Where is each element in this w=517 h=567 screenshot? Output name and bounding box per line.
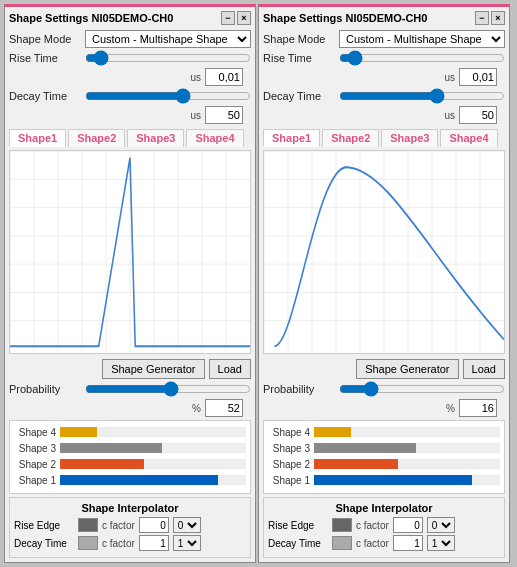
bar-row-1: Shape 3	[268, 441, 500, 455]
load-button[interactable]: Load	[463, 359, 505, 379]
probability-value[interactable]	[205, 399, 243, 417]
bars-section: Shape 4 Shape 3 Shape 2 Shape 1	[9, 420, 251, 494]
probability-row: Probability	[263, 382, 505, 396]
bar-label-0: Shape 4	[14, 427, 56, 438]
interp-color-1	[78, 536, 98, 550]
bar-track-3	[60, 475, 246, 485]
rise-time-value[interactable]	[205, 68, 243, 86]
bar-track-1	[314, 443, 500, 453]
tab-shape2[interactable]: Shape2	[68, 129, 125, 147]
bar-row-2: Shape 2	[14, 457, 246, 471]
probability-value[interactable]	[459, 399, 497, 417]
interp-select-0[interactable]: 0	[173, 517, 201, 533]
shape-mode-row: Shape Mode Custom - Multishape Shape	[263, 30, 505, 48]
rise-time-slider[interactable]	[339, 51, 505, 65]
load-button[interactable]: Load	[209, 359, 251, 379]
rise-time-value-row: us	[263, 68, 505, 86]
interp-value-1[interactable]	[393, 535, 423, 551]
shape-tabs: Shape1Shape2Shape3Shape4	[263, 129, 505, 147]
interp-clabel-0: c factor	[102, 520, 135, 531]
probability-value-row: %	[263, 399, 505, 417]
close-button[interactable]: ×	[491, 11, 505, 25]
interp-clabel-0: c factor	[356, 520, 389, 531]
tab-shape2[interactable]: Shape2	[322, 129, 379, 147]
decay-time-row: Decay Time	[9, 89, 251, 103]
tab-shape1[interactable]: Shape1	[9, 129, 66, 147]
decay-time-value[interactable]	[205, 106, 243, 124]
bar-track-2	[60, 459, 246, 469]
shape-generator-button[interactable]: Shape Generator	[102, 359, 204, 379]
probability-row: Probability	[9, 382, 251, 396]
bar-track-0	[314, 427, 500, 437]
interp-clabel-1: c factor	[102, 538, 135, 549]
decay-time-slider[interactable]	[339, 89, 505, 103]
tab-shape3[interactable]: Shape3	[381, 129, 438, 147]
probability-label: Probability	[263, 383, 335, 395]
bar-fill-0	[60, 427, 97, 437]
bar-label-2: Shape 2	[14, 459, 56, 470]
interp-row-1: Decay Time c factor 1	[268, 535, 500, 551]
interp-value-1[interactable]	[139, 535, 169, 551]
tab-shape4[interactable]: Shape4	[186, 129, 243, 147]
interp-clabel-1: c factor	[356, 538, 389, 549]
bar-label-1: Shape 3	[268, 443, 310, 454]
shape-mode-select[interactable]: Custom - Multishape Shape	[339, 30, 505, 48]
shape-mode-select[interactable]: Custom - Multishape Shape	[85, 30, 251, 48]
interp-value-0[interactable]	[393, 517, 423, 533]
shape-generator-button[interactable]: Shape Generator	[356, 359, 458, 379]
bar-row-2: Shape 2	[268, 457, 500, 471]
close-button[interactable]: ×	[237, 11, 251, 25]
chart-area	[263, 150, 505, 354]
decay-time-label: Decay Time	[263, 90, 335, 102]
tab-shape1[interactable]: Shape1	[263, 129, 320, 147]
interp-label-1: Decay Time	[14, 538, 74, 549]
interpolator-section: Shape Interpolator Rise Edge c factor 0 …	[263, 497, 505, 558]
panel-left: Shape Settings NI05DEMO-CH0 − × Shape Mo…	[4, 4, 256, 563]
bar-row-3: Shape 1	[14, 473, 246, 487]
probability-label: Probability	[9, 383, 81, 395]
bar-row-0: Shape 4	[14, 425, 246, 439]
decay-time-unit: us	[437, 110, 455, 121]
decay-time-value[interactable]	[459, 106, 497, 124]
rise-time-label: Rise Time	[9, 52, 81, 64]
interp-select-0[interactable]: 0	[427, 517, 455, 533]
rise-time-unit: us	[183, 72, 201, 83]
bar-fill-1	[314, 443, 416, 453]
probability-slider[interactable]	[85, 382, 251, 396]
interp-value-0[interactable]	[139, 517, 169, 533]
decay-time-value-row: us	[9, 106, 251, 124]
interp-select-1[interactable]: 1	[427, 535, 455, 551]
bar-track-3	[314, 475, 500, 485]
panel-right: Shape Settings NI05DEMO-CH0 − × Shape Mo…	[258, 4, 510, 563]
interp-select-1[interactable]: 1	[173, 535, 201, 551]
minimize-button[interactable]: −	[221, 11, 235, 25]
interpolator-section: Shape Interpolator Rise Edge c factor 0 …	[9, 497, 251, 558]
decay-time-label: Decay Time	[9, 90, 81, 102]
interpolator-title: Shape Interpolator	[14, 502, 246, 514]
tab-shape3[interactable]: Shape3	[127, 129, 184, 147]
shape-mode-label: Shape Mode	[263, 33, 335, 45]
interp-label-0: Rise Edge	[14, 520, 74, 531]
bar-row-1: Shape 3	[14, 441, 246, 455]
bar-label-0: Shape 4	[268, 427, 310, 438]
probability-value-row: %	[9, 399, 251, 417]
minimize-button[interactable]: −	[475, 11, 489, 25]
rise-time-slider[interactable]	[85, 51, 251, 65]
bar-fill-3	[314, 475, 472, 485]
interpolator-title: Shape Interpolator	[268, 502, 500, 514]
probability-slider[interactable]	[339, 382, 505, 396]
tab-shape4[interactable]: Shape4	[440, 129, 497, 147]
title-bar: Shape Settings NI05DEMO-CH0 − ×	[9, 11, 251, 27]
panel-title: Shape Settings NI05DEMO-CH0	[9, 12, 173, 24]
bar-track-0	[60, 427, 246, 437]
rise-time-value-row: us	[9, 68, 251, 86]
bar-fill-0	[314, 427, 351, 437]
bar-label-3: Shape 1	[268, 475, 310, 486]
rise-time-label: Rise Time	[263, 52, 335, 64]
decay-time-slider[interactable]	[85, 89, 251, 103]
bar-label-2: Shape 2	[268, 459, 310, 470]
probability-unit: %	[437, 403, 455, 414]
rise-time-value[interactable]	[459, 68, 497, 86]
shape-tabs: Shape1Shape2Shape3Shape4	[9, 129, 251, 147]
interp-label-1: Decay Time	[268, 538, 328, 549]
